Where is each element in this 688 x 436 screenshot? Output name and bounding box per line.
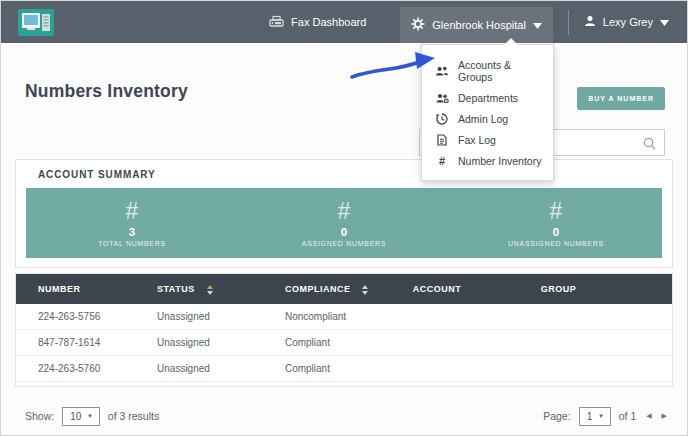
hash-icon: # <box>450 200 662 223</box>
cell-group <box>541 304 672 330</box>
chevron-down-icon <box>533 19 542 31</box>
menu-item-accounts-groups[interactable]: Accounts & Groups <box>422 54 553 87</box>
stat-value: 3 <box>26 226 238 238</box>
cell-account <box>413 304 541 330</box>
table-row[interactable]: 224-263-5756 Unassigned Noncompliant <box>16 304 672 330</box>
stat-unassigned-numbers: # 0 UNASSIGNED NUMBERS <box>450 200 662 247</box>
fax-machine-icon <box>269 15 284 30</box>
users-icon <box>435 66 449 76</box>
hash-icon: # <box>26 200 238 223</box>
search-icon <box>643 136 656 154</box>
org-dropdown-menu: Accounts & Groups Departments <box>421 44 554 181</box>
cell-status: Unassigned <box>157 329 285 355</box>
stat-assigned-numbers: # 0 ASSIGNED NUMBERS <box>238 200 450 247</box>
menu-item-label: Fax Log <box>458 134 496 146</box>
nav-fax-dashboard[interactable]: Fax Dashboard <box>269 1 366 43</box>
page-count-label: of 1 <box>619 410 637 422</box>
cell-number: 847-787-1614 <box>16 329 157 355</box>
menu-item-label: Departments <box>458 92 518 104</box>
numbers-table: NUMBER STATUS COMPLIANCE <box>16 274 672 382</box>
stat-label: TOTAL NUMBERS <box>26 240 238 247</box>
sort-icon[interactable] <box>362 285 368 295</box>
column-number: NUMBER <box>16 274 157 304</box>
logo-icon <box>18 9 54 36</box>
show-select-value: 10 <box>70 411 81 422</box>
numbers-table-card: NUMBER STATUS COMPLIANCE <box>15 273 673 387</box>
page-label: Page: <box>543 410 570 422</box>
menu-item-fax-log[interactable]: Fax Log <box>422 129 553 150</box>
page-title: Numbers Inventory <box>25 81 188 102</box>
stat-label: UNASSIGNED NUMBERS <box>450 240 662 247</box>
nav-org-label: Glenbrook Hospital <box>432 19 526 31</box>
stat-total-numbers: # 3 TOTAL NUMBERS <box>26 200 238 247</box>
page-select[interactable]: 1 ▾ <box>579 407 611 426</box>
history-icon <box>435 113 449 125</box>
nav-user-menu[interactable]: Lexy Grey <box>584 1 675 43</box>
cell-status: Unassigned <box>157 304 285 330</box>
sort-icon[interactable] <box>207 285 213 295</box>
cell-group <box>541 355 672 381</box>
results-per-page: Show: 10 ▾ of 3 results <box>25 407 159 426</box>
nav-fax-dashboard-label: Fax Dashboard <box>291 16 366 28</box>
chevron-down-icon <box>660 16 669 28</box>
page-prev-icon[interactable]: ◀ <box>646 412 651 420</box>
hash-icon: # <box>238 200 450 223</box>
cell-compliance: Compliant <box>285 355 413 381</box>
menu-item-number-inventory[interactable]: # Number Inventory <box>422 150 553 171</box>
top-navbar: Fax Dashboard Glenbrook Hospital <box>1 1 687 43</box>
pagination: Page: 1 ▾ of 1 ◀ ▶ <box>543 407 667 426</box>
stat-value: 0 <box>450 226 662 238</box>
stat-value: 0 <box>238 226 450 238</box>
cell-account <box>413 355 541 381</box>
table-header-row: NUMBER STATUS COMPLIANCE <box>16 274 672 304</box>
page-header: Numbers Inventory BUY A NUMBER <box>15 43 673 159</box>
menu-item-label: Admin Log <box>458 113 508 125</box>
document-icon <box>435 134 449 146</box>
menu-item-label: Number Inventory <box>458 155 541 167</box>
cell-status: Unassigned <box>157 355 285 381</box>
show-label: Show: <box>25 410 54 422</box>
menu-item-admin-log[interactable]: Admin Log <box>422 108 553 129</box>
cell-account <box>413 329 541 355</box>
departments-icon <box>435 93 449 103</box>
account-summary-card: ACCOUNT SUMMARY # 3 TOTAL NUMBERS # 0 AS… <box>15 159 673 268</box>
cell-number: 224-263-5756 <box>16 304 157 330</box>
column-status[interactable]: STATUS <box>157 274 285 304</box>
table-footer: Show: 10 ▾ of 3 results Page: 1 ▾ of 1 ◀… <box>15 407 673 426</box>
navbar-spacer <box>54 1 269 43</box>
table-row[interactable]: 847-787-1614 Unassigned Compliant <box>16 329 672 355</box>
column-account: ACCOUNT <box>413 274 541 304</box>
menu-item-label: Accounts & Groups <box>458 59 545 83</box>
buy-a-number-button[interactable]: BUY A NUMBER <box>577 87 665 110</box>
account-summary-title: ACCOUNT SUMMARY <box>16 160 672 188</box>
user-icon <box>584 15 596 29</box>
column-compliance[interactable]: COMPLIANCE <box>285 274 413 304</box>
main-content: Numbers Inventory BUY A NUMBER ACCOUNT S… <box>1 43 687 426</box>
chevron-down-icon: ▾ <box>88 412 92 420</box>
app-window: Fax Dashboard Glenbrook Hospital <box>0 0 688 436</box>
cell-number: 224-263-5760 <box>16 355 157 381</box>
app-logo[interactable] <box>18 9 54 36</box>
results-count-label: of 3 results <box>108 410 159 422</box>
cell-compliance: Noncompliant <box>285 304 413 330</box>
nav-org-menu[interactable]: Glenbrook Hospital <box>400 7 553 43</box>
hash-icon: # <box>435 155 449 167</box>
page-next-icon[interactable]: ▶ <box>662 412 667 420</box>
navbar-divider <box>568 10 569 35</box>
column-group: GROUP <box>541 274 672 304</box>
gear-icon <box>411 17 425 33</box>
chevron-down-icon: ▾ <box>599 412 603 420</box>
menu-item-departments[interactable]: Departments <box>422 87 553 108</box>
show-select[interactable]: 10 ▾ <box>62 407 100 426</box>
summary-stats-band: # 3 TOTAL NUMBERS # 0 ASSIGNED NUMBERS #… <box>26 188 662 258</box>
nav-user-label: Lexy Grey <box>603 16 653 28</box>
cell-compliance: Compliant <box>285 329 413 355</box>
stat-label: ASSIGNED NUMBERS <box>238 240 450 247</box>
cell-group <box>541 329 672 355</box>
page-select-value: 1 <box>587 411 593 422</box>
table-row[interactable]: 224-263-5760 Unassigned Compliant <box>16 355 672 381</box>
